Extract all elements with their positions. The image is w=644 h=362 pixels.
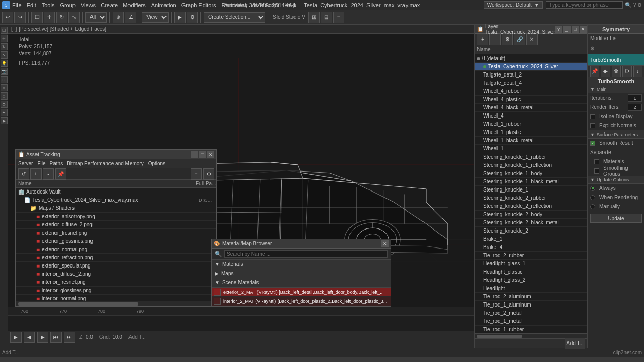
asset-row-maps-folder[interactable]: 📁 Maps / Shaders: [16, 204, 216, 213]
asset-add-btn[interactable]: +: [30, 168, 42, 180]
extra-btn2[interactable]: ⊟: [321, 12, 332, 23]
select-btn[interactable]: ☐: [31, 12, 43, 23]
sidebar-scale[interactable]: ⤡: [1, 51, 8, 59]
render-btn[interactable]: ▶: [174, 12, 186, 23]
asset-menu-file[interactable]: File: [37, 161, 45, 166]
redo-btn[interactable]: ↪: [14, 12, 26, 23]
go-end-btn[interactable]: ⏭: [64, 332, 75, 343]
sidebar-helpers[interactable]: ⊕: [1, 76, 8, 83]
asset-panel-restore-btn[interactable]: □: [199, 151, 206, 158]
mat-item-1[interactable]: interior_2_MAT (VRayMtl) [Back_left_door…: [212, 297, 391, 306]
menu-modifiers[interactable]: Modifiers: [123, 2, 146, 8]
ts-make-unique-btn[interactable]: ◆: [601, 66, 610, 77]
sidebar-lights[interactable]: 💡: [1, 60, 8, 67]
view-dropdown[interactable]: View: [142, 12, 169, 23]
layer-row-tierod2-rubber[interactable]: Tie_rod_2_rubber: [475, 252, 587, 260]
asset-scroll-hint[interactable]: [16, 301, 216, 306]
sidebar-select[interactable]: ☐: [1, 27, 8, 34]
rotate-btn[interactable]: ↻: [56, 12, 67, 23]
layer-row-tierod1-rubber[interactable]: Tie_rod_1_rubber: [475, 326, 587, 333]
asset-remove-btn[interactable]: -: [43, 168, 54, 180]
menu-edit[interactable]: Edit: [27, 2, 36, 8]
asset-panel-min-btn[interactable]: _: [191, 151, 198, 158]
menu-file[interactable]: File: [12, 2, 22, 8]
asset-row-map-7[interactable]: ■ interior_diffuse_2.png: [16, 270, 216, 278]
layer-row-wheel4-bm[interactable]: Wheel_4_black_metal: [475, 104, 587, 112]
ts-pin-btn[interactable]: 📌: [590, 66, 599, 77]
ts-remove-btn[interactable]: 🗑: [612, 66, 621, 77]
layer-row-wheel1-rubber[interactable]: Wheel_1_rubber: [475, 120, 587, 128]
asset-menu-paths[interactable]: Paths: [50, 161, 63, 166]
sidebar-geo[interactable]: □: [1, 92, 8, 100]
ts-materials-checkbox[interactable]: [594, 159, 599, 164]
ts-main-section[interactable]: ▼ Main: [588, 85, 644, 93]
menu-create[interactable]: Create: [101, 2, 118, 8]
asset-settings-btn[interactable]: ⚙: [203, 168, 214, 180]
asset-row-tesla-file[interactable]: 📄 Tesla_Cybertruck_2024_Silver_max_vray.…: [16, 196, 216, 204]
layer-row-tailgate-d4[interactable]: Tailgate_detail_4: [475, 79, 587, 87]
search-input[interactable]: [546, 1, 623, 9]
next-frame-btn[interactable]: ▶: [37, 332, 48, 343]
layers-list[interactable]: 0 (default) Tesla_Cybertruck_2024_Silver…: [475, 54, 587, 333]
sidebar-effects[interactable]: ✦: [1, 109, 8, 116]
render-setup-btn[interactable]: ⚙: [187, 12, 198, 23]
ts-when-render-radio[interactable]: [590, 195, 595, 200]
undo-btn[interactable]: ↩: [2, 12, 13, 23]
selection-dropdown[interactable]: Create Selection...: [204, 12, 265, 23]
menu-group[interactable]: Group: [60, 2, 76, 8]
asset-row-vault[interactable]: 🏢 Autodesk Vault: [16, 188, 216, 196]
asset-row-map-9[interactable]: ■ interior_glossines.png: [16, 287, 216, 295]
ts-iterations-input[interactable]: [628, 94, 642, 102]
layer-row-tailgate-d2[interactable]: Tailgate_detail_2: [475, 71, 587, 79]
ts-surface-section[interactable]: ▼ Surface Parameters: [588, 130, 644, 139]
layer-row-wheel1[interactable]: Wheel_1: [475, 145, 587, 153]
workspace-selector[interactable]: Workspace: Default ▼: [484, 1, 543, 9]
select-filter-dropdown[interactable]: All: [85, 12, 107, 23]
asset-panel-close-btn[interactable]: ✕: [207, 151, 214, 158]
layer-row-sk2-bm[interactable]: Steering_knuckle_2_black_metal: [475, 219, 587, 227]
mat-item-0[interactable]: exterior_2_MAT (VRayMtl) [Back_left_deta…: [212, 288, 391, 297]
go-start-btn[interactable]: ⏮: [50, 332, 62, 343]
mat-section-scene-header[interactable]: ▼ Scene Materials: [212, 278, 391, 288]
asset-row-map-4[interactable]: ■ exterior_normal.png: [16, 245, 216, 254]
asset-row-map-0[interactable]: ■ exterior_anisotropy.png: [16, 213, 216, 221]
ts-update-btn[interactable]: Update: [590, 214, 642, 223]
layers-hscrollbar[interactable]: [477, 335, 522, 338]
ts-render-iters-input[interactable]: [628, 104, 642, 111]
scale-btn[interactable]: ⤡: [68, 12, 80, 23]
layers-unlink-btn[interactable]: ✕: [526, 34, 538, 45]
sidebar-move[interactable]: ✛: [1, 35, 8, 42]
layers-link-btn[interactable]: 🔗: [514, 34, 525, 45]
asset-hscrollbar[interactable]: [18, 302, 138, 306]
prev-frame-btn[interactable]: ◀: [24, 332, 35, 343]
layers-close-btn[interactable]: ✕: [580, 26, 587, 33]
layer-row-sk1[interactable]: Steering_knuckle_1: [475, 186, 587, 194]
layer-row-sk1-refl[interactable]: Steering_knuckle_1_reflection: [475, 161, 587, 169]
layer-row-tierod1-metal[interactable]: Tie_rod_1_metal: [475, 317, 587, 326]
layers-min-btn[interactable]: ?: [555, 26, 562, 33]
asset-panel-content[interactable]: 🏢 Autodesk Vault 📄 Tesla_Cybertruck_2024…: [16, 188, 216, 301]
mat-section-materials-header[interactable]: ▼ Materials: [212, 260, 391, 269]
asset-track-btn[interactable]: 📌: [55, 168, 66, 180]
layer-row-sk2-body[interactable]: Steering_knuckle_2_body: [475, 211, 587, 219]
layers-settings-btn[interactable]: ⚙: [502, 34, 513, 45]
asset-view-btn[interactable]: ≡: [191, 168, 202, 180]
asset-row-map-5[interactable]: ■ exterior_refraction.png: [16, 254, 216, 262]
ts-smooth-checkbox[interactable]: [590, 141, 595, 146]
asset-row-map-1[interactable]: ■ exterior_diffuse_2.png: [16, 221, 216, 229]
asset-menu-bitmap[interactable]: Bitmap Performance and Memory: [67, 161, 144, 166]
layer-row-tierod2-al[interactable]: Tie_rod_2_aluminum: [475, 293, 587, 301]
asset-refresh-btn[interactable]: ↺: [18, 168, 29, 180]
ts-always-radio[interactable]: [590, 186, 595, 191]
layer-row-sk2-refl[interactable]: Steering_knuckle_2_reflection: [475, 202, 587, 211]
ts-explicit-checkbox[interactable]: [590, 123, 595, 128]
layer-row-wheel4-plastic[interactable]: Wheel_4_plastic: [475, 96, 587, 104]
mat-browser-close-btn[interactable]: ✕: [381, 240, 389, 247]
layer-row-sk2-rubber[interactable]: Steering_knuckle_2_rubber: [475, 194, 587, 202]
layer-row-wheel1-plastic[interactable]: Wheel_1_plastic: [475, 128, 587, 137]
asset-row-map-3[interactable]: ■ exterior_glossines.png: [16, 237, 216, 245]
mat-browser-search-input[interactable]: [224, 250, 388, 258]
asset-row-map-10[interactable]: ■ interior_normal.png: [16, 295, 216, 301]
layer-row-sk1-rubber[interactable]: Steering_knuckle_1_rubber: [475, 153, 587, 161]
move-btn[interactable]: ✛: [44, 12, 55, 23]
